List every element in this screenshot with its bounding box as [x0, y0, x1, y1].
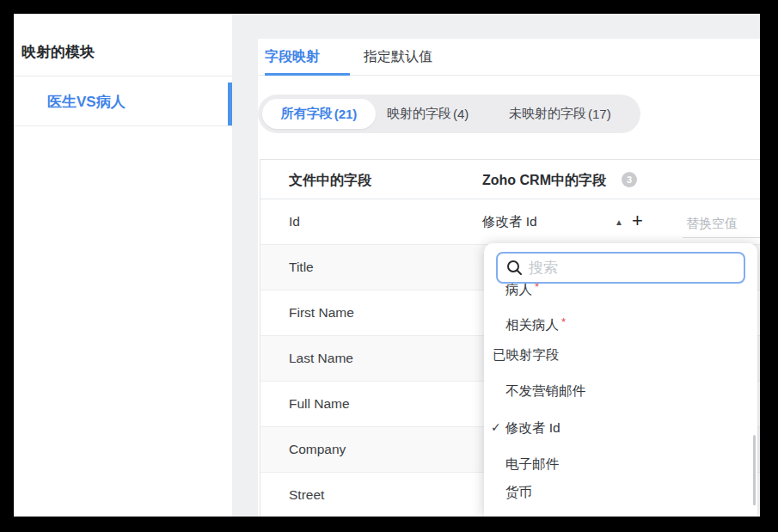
filter-count: (17)	[588, 107, 611, 121]
filter-unmapped-fields[interactable]: 未映射的字段 (17)	[509, 95, 611, 133]
filter-all-fields[interactable]: 所有字段 (21)	[262, 99, 376, 129]
dropdown-option-currency[interactable]: 货币	[505, 484, 532, 501]
dropdown-search-box	[496, 252, 745, 284]
column-header-file-fields: 文件中的字段	[289, 172, 371, 190]
option-label: 修改者 Id	[505, 420, 561, 435]
active-indicator-bar	[228, 83, 232, 125]
dropdown-option-modified-by-id[interactable]: ✓ 修改者 Id	[505, 419, 561, 437]
filter-count: (4)	[453, 107, 469, 121]
file-field-label: Full Name	[289, 396, 350, 412]
option-label: 电子邮件	[505, 456, 559, 471]
dropdown-section-mapped-fields: 已映射字段	[493, 346, 560, 364]
file-field-label: Title	[289, 260, 314, 275]
filter-label: 所有字段	[281, 106, 333, 122]
check-icon: ✓	[491, 420, 501, 434]
filter-label: 映射的字段	[387, 106, 451, 122]
field-filter-bar: 所有字段 (21) 映射的字段 (4) 未映射的字段 (17)	[258, 95, 640, 133]
tab-bar: 字段映射 指定默认值	[258, 39, 760, 76]
dropdown-option-list: 病人* 相关病人* 已映射字段 不发营销邮件 ✓ 修改者 Id 电子邮件	[484, 284, 757, 517]
filter-label: 未映射的字段	[509, 106, 586, 122]
search-input[interactable]	[529, 254, 742, 282]
file-field-label: Company	[289, 442, 346, 457]
sidebar-item-doctor-vs-patient[interactable]: 医生VS病人	[14, 76, 232, 126]
replace-empty-value-input[interactable]: 替换空值	[683, 211, 760, 238]
file-field-label: Id	[289, 214, 300, 229]
dropdown-option-patient[interactable]: 病人*	[505, 284, 539, 298]
crm-fields-count-badge: 3	[622, 172, 637, 187]
app-canvas: 映射的模块 医生VS病人 字段映射 指定默认值 所有字段 (21)	[14, 14, 760, 517]
column-header-crm-fields: Zoho CRM中的字段	[482, 172, 606, 190]
file-field-label: Last Name	[289, 351, 353, 366]
mapped-modules-sidebar: 映射的模块 医生VS病人	[14, 14, 232, 517]
file-field-label: First Name	[289, 305, 354, 321]
tab-default-values[interactable]: 指定默认值	[364, 48, 432, 66]
table-header-row: 文件中的字段 Zoho CRM中的字段 3	[260, 160, 760, 199]
crm-field-select[interactable]: 修改者 Id	[482, 213, 537, 231]
active-tab-underline	[265, 73, 350, 76]
dropdown-option-related-patient[interactable]: 相关病人*	[505, 316, 566, 333]
option-label: 不发营销邮件	[505, 383, 585, 398]
tab-field-mapping[interactable]: 字段映射	[265, 48, 320, 66]
option-label: 相关病人	[505, 317, 559, 332]
collapse-dropdown-icon[interactable]: ▲	[615, 217, 623, 227]
required-asterisk: *	[535, 284, 539, 293]
required-asterisk: *	[561, 315, 566, 328]
field-mapping-panel: 字段映射 指定默认值 所有字段 (21) 映射的字段 (4) 未映射的字段 (1…	[258, 39, 760, 517]
add-field-icon[interactable]: +	[632, 210, 643, 232]
dropdown-option-no-marketing-email[interactable]: 不发营销邮件	[505, 382, 585, 400]
crm-field-dropdown: 病人* 相关病人* 已映射字段 不发营销邮件 ✓ 修改者 Id 电子邮件	[484, 243, 757, 517]
search-icon	[506, 260, 523, 279]
table-row: Id 修改者 Id ▲ + 替换空值	[260, 199, 760, 245]
option-label: 病人	[505, 284, 532, 297]
sidebar-title: 映射的模块	[21, 42, 95, 62]
dropdown-option-email[interactable]: 电子邮件	[505, 456, 559, 473]
file-field-label: Street	[289, 487, 324, 503]
dropdown-scrollbar-thumb[interactable]	[753, 435, 756, 505]
sidebar-item-label: 医生VS病人	[47, 91, 126, 111]
filter-count: (21)	[334, 107, 358, 121]
screenshot-frame: 映射的模块 医生VS病人 字段映射 指定默认值 所有字段 (21)	[0, 0, 778, 532]
option-label: 货币	[505, 485, 532, 499]
filter-mapped-fields[interactable]: 映射的字段 (4)	[387, 95, 469, 133]
